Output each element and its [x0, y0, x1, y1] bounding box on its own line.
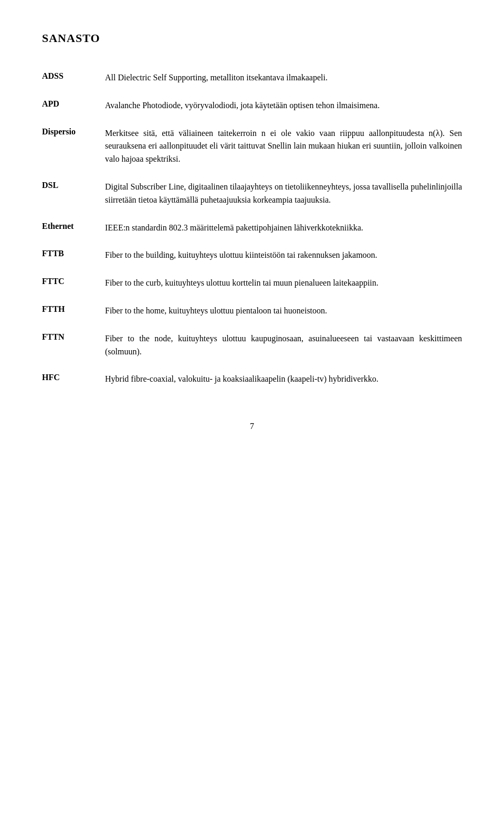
definition-cell: Fiber to the curb, kuituyhteys ulottuu k…	[105, 277, 462, 304]
page-number: 7	[42, 422, 462, 431]
glossary-row: HFCHybrid fibre-coaxial, valokuitu- ja k…	[42, 373, 462, 401]
page-title: SANASTO	[42, 32, 462, 45]
definition-cell: Fiber to the node, kuituyhteys ulottuu k…	[105, 332, 462, 373]
glossary-row: FTTBFiber to the building, kuituyhteys u…	[42, 249, 462, 277]
term-cell: ADSS	[42, 71, 105, 99]
glossary-table: ADSSAll Dielectric Self Supporting, meta…	[42, 71, 462, 401]
definition-cell: Digital Subscriber Line, digitaalinen ti…	[105, 181, 462, 222]
definition-cell: Avalanche Photodiode, vyöryvalodiodi, jo…	[105, 99, 462, 127]
term-cell: FTTH	[42, 304, 105, 332]
glossary-row: FTTNFiber to the node, kuituyhteys ulott…	[42, 332, 462, 373]
term-cell: APD	[42, 99, 105, 127]
glossary-row: FTTCFiber to the curb, kuituyhteys ulott…	[42, 277, 462, 304]
glossary-row: APDAvalanche Photodiode, vyöryvalodiodi,…	[42, 99, 462, 127]
term-cell: FTTC	[42, 277, 105, 304]
glossary-row: DispersioMerkitsee sitä, että väliaineen…	[42, 127, 462, 181]
glossary-row: EthernetIEEE:n standardin 802.3 määritte…	[42, 222, 462, 249]
definition-cell: Fiber to the home, kuituyhteys ulottuu p…	[105, 304, 462, 332]
definition-cell: Merkitsee sitä, että väliaineen taiteker…	[105, 127, 462, 181]
term-cell: Dispersio	[42, 127, 105, 181]
term-cell: FTTB	[42, 249, 105, 277]
definition-cell: All Dielectric Self Supporting, metallit…	[105, 71, 462, 99]
term-cell: HFC	[42, 373, 105, 401]
definition-cell: Fiber to the building, kuituyhteys ulott…	[105, 249, 462, 277]
glossary-row: DSLDigital Subscriber Line, digitaalinen…	[42, 181, 462, 222]
term-cell: Ethernet	[42, 222, 105, 249]
definition-cell: Hybrid fibre-coaxial, valokuitu- ja koak…	[105, 373, 462, 401]
glossary-row: FTTHFiber to the home, kuituyhteys ulott…	[42, 304, 462, 332]
definition-cell: IEEE:n standardin 802.3 määrittelemä pak…	[105, 222, 462, 249]
glossary-row: ADSSAll Dielectric Self Supporting, meta…	[42, 71, 462, 99]
term-cell: DSL	[42, 181, 105, 222]
term-cell: FTTN	[42, 332, 105, 373]
